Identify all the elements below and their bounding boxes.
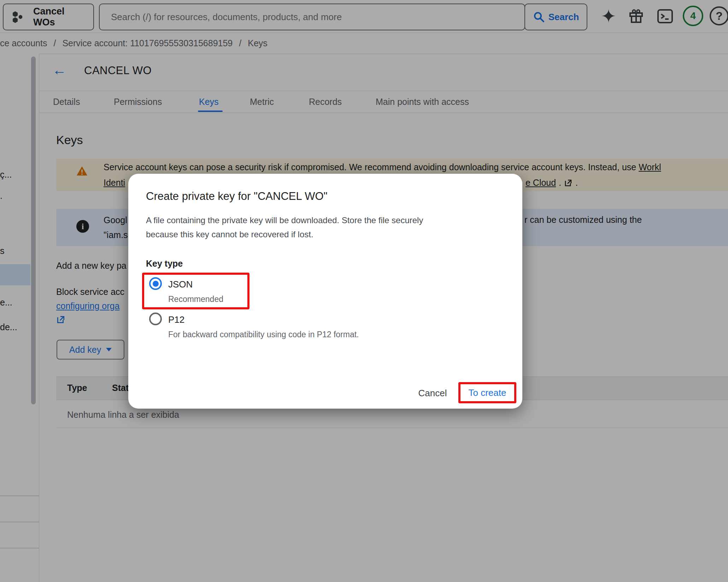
cancel-button[interactable]: Cancel bbox=[410, 384, 456, 402]
google-cloud-console: Cancel WOs Search ✦ 4 ? bbox=[0, 0, 728, 582]
radio-p12-label[interactable]: P12 bbox=[168, 314, 184, 325]
create-private-key-dialog: Create private key for "CANCEL WO" A fil… bbox=[128, 174, 522, 409]
key-type-label: Key type bbox=[146, 259, 183, 269]
annotation-box-create: To create bbox=[458, 382, 516, 403]
radio-p12-description: For backward compatibility using code in… bbox=[168, 330, 359, 339]
dialog-body: A file containing the private key will b… bbox=[146, 213, 423, 242]
dialog-title: Create private key for "CANCEL WO" bbox=[146, 190, 328, 203]
create-button[interactable]: To create bbox=[466, 387, 509, 399]
annotation-box-json bbox=[142, 273, 249, 309]
radio-p12[interactable] bbox=[149, 313, 162, 325]
dialog-body-line1: A file containing the private key will b… bbox=[146, 213, 423, 227]
dialog-body-line2: because this key cannot be recovered if … bbox=[146, 227, 423, 242]
